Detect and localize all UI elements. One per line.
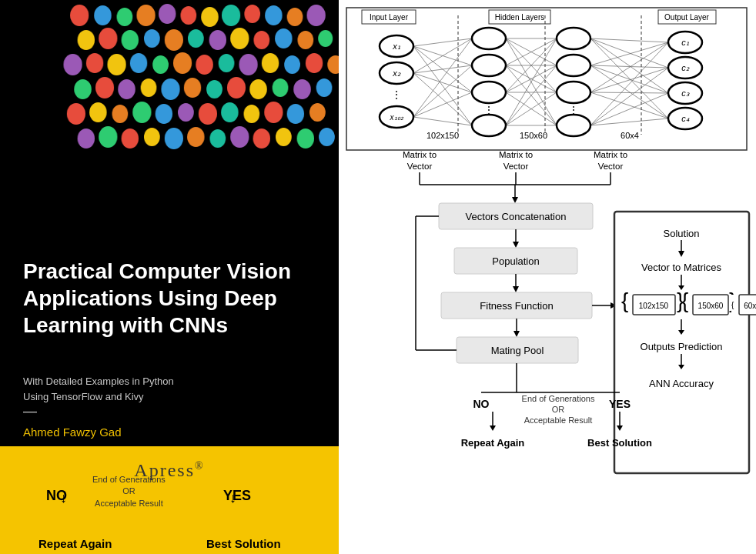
svg-line-35 bbox=[413, 46, 472, 125]
svg-text:Acceptable Result: Acceptable Result bbox=[524, 416, 593, 425]
svg-text:c₃: c₃ bbox=[681, 88, 690, 98]
svg-line-65 bbox=[590, 65, 668, 68]
svg-text:ANN Accuracy: ANN Accuracy bbox=[649, 378, 714, 389]
svg-rect-3 bbox=[489, 10, 550, 24]
diagram-panel: Input Layer Hidden Layers Output Layer x… bbox=[339, 0, 756, 554]
svg-marker-105 bbox=[610, 302, 617, 309]
svg-text:}: } bbox=[677, 289, 684, 312]
svg-line-74 bbox=[590, 93, 668, 125]
svg-line-75 bbox=[590, 118, 668, 125]
svg-text:Outputs Prediction: Outputs Prediction bbox=[641, 341, 723, 352]
svg-text:Matrix to: Matrix to bbox=[499, 150, 533, 159]
svg-text:Hidden Layers: Hidden Layers bbox=[495, 13, 544, 22]
diagram-svg: Input Layer Hidden Layers Output Layer x… bbox=[339, 0, 756, 554]
book-title: Practical Computer Vision Applications U… bbox=[23, 258, 323, 339]
svg-text:End of Generations: End of Generations bbox=[522, 394, 595, 403]
arrow-yes: ↓ bbox=[229, 490, 236, 506]
svg-text:Mating Pool: Mating Pool bbox=[491, 345, 544, 356]
svg-line-56 bbox=[506, 38, 557, 125]
svg-line-32 bbox=[413, 38, 472, 46]
svg-line-42 bbox=[413, 92, 472, 117]
svg-marker-142 bbox=[490, 426, 496, 431]
svg-line-60 bbox=[590, 38, 668, 42]
svg-text:Vector: Vector bbox=[503, 162, 529, 171]
svg-rect-5 bbox=[658, 10, 716, 24]
svg-point-14 bbox=[472, 28, 506, 49]
svg-rect-129 bbox=[733, 295, 741, 315]
svg-line-39 bbox=[413, 73, 472, 125]
svg-text:x₂: x₂ bbox=[392, 68, 401, 78]
svg-text:Vector: Vector bbox=[598, 162, 624, 171]
yes-label: YES bbox=[223, 488, 251, 504]
svg-point-18 bbox=[472, 115, 506, 136]
svg-text:{: { bbox=[731, 301, 734, 309]
svg-line-45 bbox=[506, 38, 557, 65]
svg-marker-93 bbox=[512, 197, 518, 203]
svg-point-16 bbox=[472, 82, 506, 103]
svg-line-72 bbox=[590, 42, 668, 125]
svg-text:Fitness Function: Fitness Function bbox=[480, 300, 553, 312]
svg-marker-149 bbox=[617, 426, 623, 431]
svg-rect-0 bbox=[346, 8, 747, 150]
svg-text:NO: NO bbox=[473, 398, 490, 410]
svg-line-66 bbox=[590, 65, 668, 93]
yellow-bar: Apress® NO ↓ End of Generations OR Accep… bbox=[0, 446, 339, 554]
svg-rect-98 bbox=[454, 248, 577, 274]
svg-line-64 bbox=[590, 42, 668, 65]
svg-marker-97 bbox=[513, 242, 519, 248]
svg-marker-107 bbox=[513, 331, 520, 337]
publisher-symbol: ® bbox=[195, 460, 205, 472]
svg-line-41 bbox=[413, 65, 472, 117]
svg-line-69 bbox=[590, 68, 668, 92]
svg-point-23 bbox=[557, 115, 590, 136]
svg-line-57 bbox=[506, 65, 557, 125]
svg-rect-131 bbox=[739, 295, 756, 315]
svg-rect-125 bbox=[693, 295, 728, 315]
svg-text:Best Solution: Best Solution bbox=[587, 437, 652, 449]
svg-marker-101 bbox=[513, 286, 519, 292]
svg-text:Input Layer: Input Layer bbox=[370, 13, 409, 22]
svg-text:}: } bbox=[729, 289, 736, 312]
svg-text:{: { bbox=[681, 289, 688, 312]
svg-line-61 bbox=[590, 38, 668, 68]
svg-rect-128 bbox=[731, 295, 743, 315]
svg-marker-137 bbox=[678, 365, 684, 369]
svg-point-12 bbox=[380, 106, 413, 128]
book-subtitle: With Detailed Examples in Python Using T… bbox=[23, 374, 323, 404]
book-dash: — bbox=[23, 403, 37, 419]
svg-line-73 bbox=[590, 68, 668, 125]
svg-line-71 bbox=[590, 92, 668, 118]
svg-point-28 bbox=[668, 82, 702, 104]
svg-line-70 bbox=[590, 92, 668, 93]
svg-text:150x60: 150x60 bbox=[698, 302, 724, 310]
svg-line-62 bbox=[590, 38, 668, 93]
end-of-gen-label: End of Generations OR Acceptable Result bbox=[92, 474, 166, 509]
repeat-again-label: Repeat Again bbox=[38, 537, 112, 550]
svg-line-40 bbox=[413, 38, 472, 117]
svg-line-67 bbox=[590, 65, 668, 118]
svg-line-37 bbox=[413, 65, 472, 73]
svg-point-24 bbox=[668, 32, 702, 53]
svg-text:c₁: c₁ bbox=[681, 38, 689, 47]
svg-text:Vectors Concatenation: Vectors Concatenation bbox=[466, 211, 567, 222]
svg-text:c₄: c₄ bbox=[681, 114, 690, 123]
svg-line-43 bbox=[413, 117, 472, 125]
svg-rect-113 bbox=[614, 212, 749, 473]
svg-text:c₂: c₂ bbox=[681, 63, 690, 72]
svg-line-51 bbox=[506, 65, 557, 125]
svg-line-55 bbox=[506, 92, 557, 125]
svg-point-7 bbox=[380, 35, 413, 57]
svg-line-33 bbox=[413, 46, 472, 65]
svg-line-68 bbox=[590, 42, 668, 92]
svg-line-50 bbox=[506, 65, 557, 92]
svg-text:⋮: ⋮ bbox=[568, 104, 579, 116]
svg-rect-108 bbox=[457, 337, 578, 363]
svg-text:⋮: ⋮ bbox=[483, 104, 494, 116]
best-solution-label: Best Solution bbox=[206, 537, 281, 550]
svg-marker-119 bbox=[678, 285, 684, 290]
svg-point-19 bbox=[557, 28, 590, 49]
svg-line-53 bbox=[506, 65, 557, 92]
svg-text:x₁: x₁ bbox=[392, 42, 400, 51]
svg-line-58 bbox=[506, 92, 557, 125]
svg-text:Repeat Again: Repeat Again bbox=[461, 437, 525, 449]
